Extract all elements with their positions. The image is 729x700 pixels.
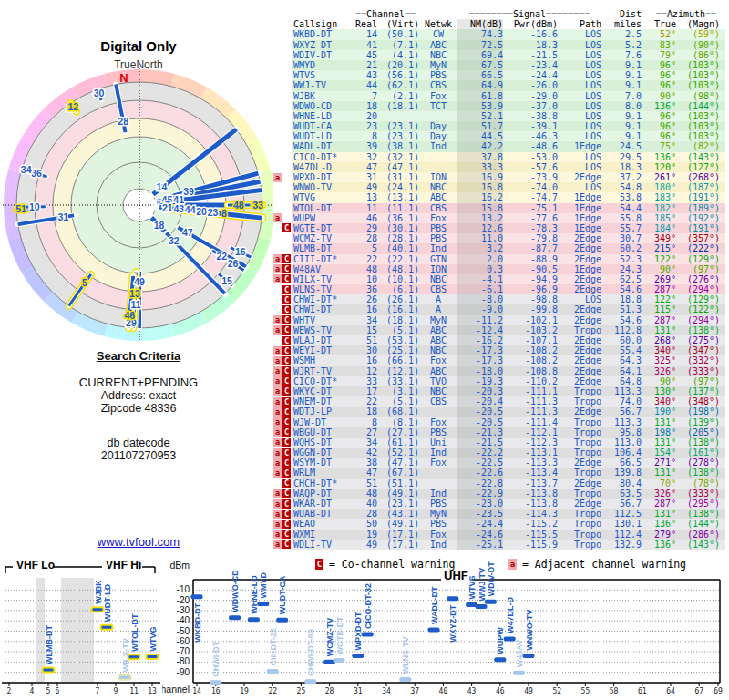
cell-virtual-channel: (22.1): [377, 254, 419, 264]
radar-channel-label: 47: [182, 227, 193, 238]
cell-true-azimuth: 287°: [642, 499, 676, 509]
cell-callsign: WEAO: [292, 519, 352, 529]
station-label: WADL-DT: [430, 586, 439, 624]
radar-channel-label: 33: [252, 200, 263, 211]
co-channel-warning-icon: C: [282, 346, 291, 355]
cell-noise-margin: -22.6: [457, 468, 503, 478]
cell-path: Tropo: [558, 396, 601, 407]
cell-real-channel: 51: [352, 335, 377, 345]
cell-magnetic-azimuth: (192°): [676, 213, 720, 223]
db-datecode-label: db datecode: [0, 437, 277, 449]
cell-noise-margin: -22.5: [457, 458, 503, 468]
cell-distance: 2.5: [601, 29, 642, 39]
radar-channel-label: 22: [216, 251, 227, 262]
cell-network: MyN: [419, 509, 457, 519]
cell-virtual-channel: (5.1): [377, 396, 419, 407]
cell-magnetic-azimuth: (198°): [676, 407, 720, 417]
cell-power: -103.2: [503, 325, 558, 335]
cell-magnetic-azimuth: (78°): [676, 479, 720, 489]
cell-callsign: CICO-DT*: [292, 152, 352, 162]
station-label: WUDT-CA: [278, 575, 287, 614]
cell-magnetic-azimuth: (357°): [676, 233, 720, 243]
cell-true-azimuth: 96°: [642, 121, 676, 131]
cell-network: CBS: [419, 284, 457, 294]
cell-true-azimuth: 136°: [642, 519, 676, 529]
cell-true-azimuth: 271°: [642, 458, 676, 468]
cell-noise-margin: 66.5: [457, 70, 503, 80]
cell-magnetic-azimuth: (276°): [676, 274, 720, 284]
cell-path: LOS: [558, 50, 601, 60]
cell-noise-margin: 15.8: [457, 203, 503, 213]
cell-network: CBS: [419, 80, 457, 90]
warning-markers: C: [273, 223, 292, 233]
cell-virtual-channel: (4.1): [377, 50, 419, 60]
cell-real-channel: 16: [352, 304, 377, 314]
radar-channel-label: 8: [221, 208, 227, 219]
cell-magnetic-azimuth: (268°): [676, 172, 720, 182]
cell-noise-margin: 42.2: [457, 141, 503, 151]
cell-distance: 64.8: [601, 376, 642, 386]
co-channel-warning-icon: C: [282, 479, 291, 488]
cell-noise-margin: -25.1: [457, 540, 503, 550]
cell-noise-margin: -23.5: [457, 509, 503, 519]
group-header-azimuth: ==Azimuth==: [647, 9, 725, 19]
cell-real-channel: 15: [352, 325, 377, 335]
cell-virtual-channel: (23.1): [377, 499, 419, 509]
cell-path: Tropo: [558, 509, 601, 519]
station-label: WNWO-TV: [525, 610, 534, 651]
cell-true-azimuth: 190°: [642, 407, 676, 417]
cell-distance: 113.3: [601, 417, 642, 427]
tvfool-link[interactable]: www.tvfool.com: [98, 535, 180, 549]
cell-virtual-channel: (28.1): [377, 233, 419, 243]
adjacent-channel-legend-text: = Adjacent channel warning: [522, 558, 686, 571]
station-label: CHWI-DT-60: [306, 629, 315, 676]
cell-network: Fox: [419, 355, 457, 365]
table-row: CWGTE-DT29(30.1)PBS12.6-78.31Edge55.7184…: [273, 223, 725, 233]
adjacent-channel-warning-icon: [273, 203, 282, 212]
table-row: WXYZ-DT41(7.1)ABC72.5-18.3LOS5.283°(90°): [273, 40, 725, 50]
cell-path: LOS: [558, 121, 601, 131]
cell-callsign: WKAR-DT: [292, 499, 352, 509]
signal-marker: [191, 594, 203, 599]
cell-callsign: WLAJ-DT: [292, 335, 352, 345]
cell-network: MyN: [419, 315, 457, 325]
adjacent-channel-warning-icon: [273, 305, 282, 314]
table-row: aCWHTV34(18.1)MyN-11.2-102.12Edge54.6287…: [273, 315, 725, 325]
cell-virtual-channel: (26.1): [377, 294, 419, 304]
warning-markers: [273, 141, 292, 151]
cell-virtual-channel: (23.1): [377, 121, 419, 131]
cell-noise-margin: -9.0: [457, 304, 503, 314]
warning-markers: aC: [273, 489, 292, 499]
cell-power: -113.3: [503, 458, 558, 468]
table-row: aCWKAR-DT40(23.1)PBS-23.0-113.82Edge56.7…: [273, 499, 725, 509]
cell-network: [419, 162, 457, 172]
col-header-netwk: Netwk: [419, 19, 457, 29]
station-label: WTOL-DT: [130, 613, 139, 652]
warning-markers: aC: [273, 468, 292, 478]
cell-real-channel: 45: [352, 50, 377, 60]
cell-path: LOS: [558, 294, 601, 304]
col-header-virt: (Virt): [377, 19, 419, 29]
cell-path: 2Edge: [558, 479, 601, 489]
radar-channel-label: 51: [15, 203, 26, 214]
cell-path: 2Edge: [558, 499, 601, 509]
cell-noise-margin: 12.6: [457, 223, 503, 233]
cell-true-azimuth: 96°: [642, 80, 676, 90]
cell-true-azimuth: 136°: [642, 540, 676, 550]
cell-network: ION: [419, 264, 457, 274]
cell-network: Ind: [419, 448, 457, 458]
cell-power: -114.3: [503, 509, 558, 519]
table-row: aCWQHS-DT34(61.1)Uni-21.5-112.3Tropo113.…: [273, 438, 725, 448]
svg-text:58: 58: [610, 687, 619, 695]
cell-network: PBS: [419, 223, 457, 233]
cell-noise-margin: -22.2: [457, 448, 503, 458]
cell-virtual-channel: (23.1): [377, 131, 419, 141]
co-channel-warning-icon: C: [282, 366, 291, 376]
table-row: CICO-DT*32(32.1)37.8-53.0LOS29.5136°(143…: [273, 152, 725, 162]
dbm-axis-label: dBm: [169, 560, 190, 571]
cell-magnetic-azimuth: (129°): [676, 254, 720, 264]
cell-callsign: WXYZ-DT: [292, 40, 352, 50]
cell-noise-margin: 13.2: [457, 213, 503, 223]
cell-callsign: WHTV: [292, 315, 352, 325]
cell-network: ION: [419, 172, 457, 182]
